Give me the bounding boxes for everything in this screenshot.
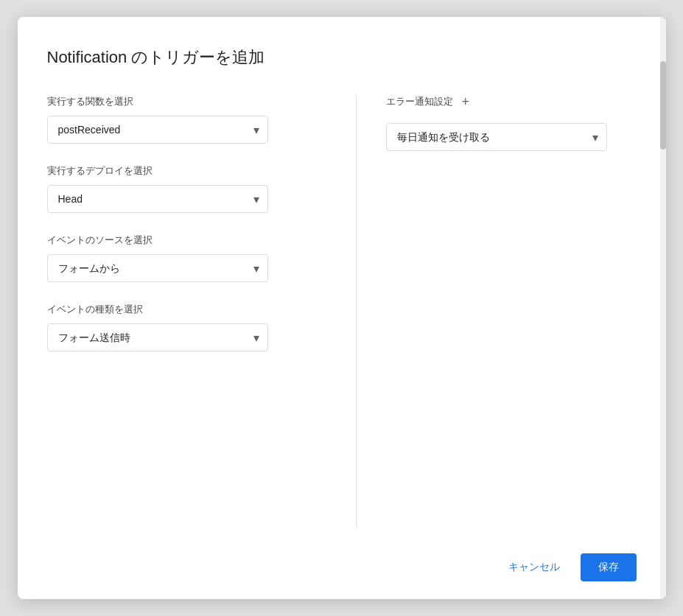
add-error-notification-icon[interactable]: + — [462, 95, 470, 108]
error-notification-label: エラー通知設定 — [386, 95, 453, 108]
event-source-select-wrapper: フォームから ▾ — [47, 254, 268, 282]
function-label: 実行する関数を選択 — [47, 95, 326, 108]
left-panel: 実行する関数を選択 postReceived ▾ 実行するデプロイを選択 Hea… — [47, 95, 357, 527]
dialog-content: Notification のトリガーを追加 実行する関数を選択 postRece… — [18, 17, 666, 542]
notification-select-wrapper: 毎日通知を受け取る ▾ — [386, 123, 607, 151]
function-select[interactable]: postReceived — [47, 116, 268, 144]
dialog-title: Notification のトリガーを追加 — [47, 46, 637, 69]
scrollbar-thumb[interactable] — [660, 61, 666, 150]
save-button[interactable]: 保存 — [581, 553, 637, 581]
event-source-field-group: イベントのソースを選択 フォームから ▾ — [47, 234, 326, 282]
deploy-select[interactable]: Head — [47, 185, 268, 213]
event-type-field-group: イベントの種類を選択 フォーム送信時 ▾ — [47, 303, 326, 351]
event-source-label: イベントのソースを選択 — [47, 234, 326, 247]
function-select-wrapper: postReceived ▾ — [47, 116, 268, 144]
function-field-group: 実行する関数を選択 postReceived ▾ — [47, 95, 326, 144]
deploy-field-group: 実行するデプロイを選択 Head ▾ — [47, 164, 326, 213]
event-type-label: イベントの種類を選択 — [47, 303, 326, 316]
event-source-select[interactable]: フォームから — [47, 254, 268, 282]
dialog: Notification のトリガーを追加 実行する関数を選択 postRece… — [18, 17, 666, 599]
dialog-body: 実行する関数を選択 postReceived ▾ 実行するデプロイを選択 Hea… — [47, 95, 637, 527]
scrollbar-track — [660, 17, 666, 599]
dialog-footer: キャンセル 保存 — [18, 542, 666, 599]
event-type-select-wrapper: フォーム送信時 ▾ — [47, 323, 268, 351]
notification-select[interactable]: 毎日通知を受け取る — [386, 123, 607, 151]
cancel-button[interactable]: キャンセル — [497, 555, 572, 580]
deploy-select-wrapper: Head ▾ — [47, 185, 268, 213]
error-notification-header: エラー通知設定 + — [386, 95, 637, 108]
deploy-label: 実行するデプロイを選択 — [47, 164, 326, 178]
event-type-select[interactable]: フォーム送信時 — [47, 323, 268, 351]
right-panel: エラー通知設定 + 毎日通知を受け取る ▾ — [357, 95, 637, 527]
